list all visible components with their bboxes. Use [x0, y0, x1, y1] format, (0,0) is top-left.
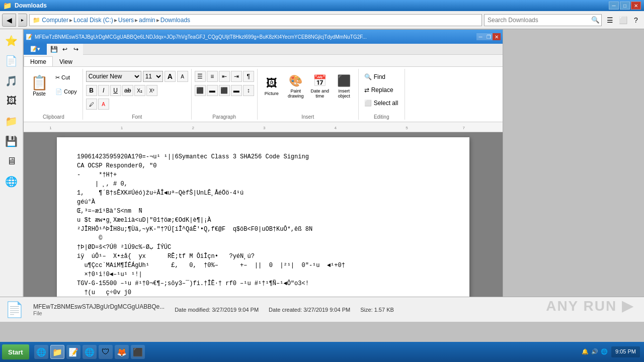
align-left-button[interactable]: ⬛ [195, 85, 206, 96]
address-path[interactable]: 📁 Computer ▸ Local Disk (C:) ▸ Users ▸ a… [29, 14, 482, 26]
taskbar-icon-notepad[interactable]: 📝 [66, 345, 80, 359]
para-row2: ⬛ ▬ ⬛ ▬ ↕ [195, 85, 254, 96]
underline-button[interactable]: U [110, 85, 121, 96]
undo-button[interactable]: ↩ [60, 45, 70, 54]
taskbar-icon-firefox[interactable]: 🦊 [115, 345, 129, 359]
taskbar-icon-ie[interactable]: 🌐 [34, 345, 48, 359]
paint-label: Paint drawing [285, 88, 306, 99]
italic-button[interactable]: I [98, 85, 109, 96]
maximize-button[interactable]: □ [620, 2, 630, 10]
select-all-button[interactable]: ⬜ Select all [362, 97, 401, 109]
ruler-inner: 1 1 2 3 4 5 7 [26, 122, 501, 132]
superscript-button[interactable]: X² [146, 85, 157, 96]
picture-button[interactable]: 🖼 Picture [261, 71, 283, 102]
find-button[interactable]: 🔍 Find [362, 71, 401, 83]
wordpad-menu-button[interactable]: 📝▾ [24, 44, 47, 55]
font-size-select[interactable]: 11 [143, 71, 163, 82]
back-button[interactable]: ◀ [2, 14, 16, 27]
ruler-mark-4: 3 [263, 126, 265, 130]
time-display[interactable]: 9:05 PM [611, 346, 640, 357]
replace-icon: ⇄ [364, 86, 369, 94]
datetime-button[interactable]: 📅 Date and time [309, 71, 331, 102]
path-segment-disk[interactable]: Local Disk (C:) [73, 17, 113, 24]
clipboard-group: 📋 Paste ✂ Cut 📄 Copy Clipboa [26, 69, 83, 120]
wordpad-close[interactable]: ✕ [493, 33, 501, 40]
line-spacing-button[interactable]: ↕ [243, 85, 254, 96]
taskbar-icon-avast[interactable]: 🛡 [99, 345, 113, 359]
sidebar-item-4[interactable]: 📁 [2, 112, 22, 131]
path-segment-admin[interactable]: admin [139, 17, 155, 24]
replace-button[interactable]: ⇄ Replace [362, 84, 401, 96]
numbering-button[interactable]: ≡ [207, 71, 218, 82]
wordpad-minimize[interactable]: ─ [476, 33, 485, 40]
font-shrink-button[interactable]: A [177, 71, 188, 82]
copy-label: Copy [64, 88, 77, 95]
wordpad-window: 📝 MFEwTzBNMEswSTAJBgUrDgMCGgUABBQe6LNDJd… [23, 29, 503, 314]
editing-controls: 🔍 Find ⇄ Replace ⬜ Select all [362, 69, 401, 113]
sidebar-item-7[interactable]: 🌐 [2, 172, 22, 191]
quick-access-toolbar: 💾 ↩ ↪ [47, 44, 83, 55]
view-extra-button[interactable]: ⬜ [617, 14, 629, 26]
path-segment-users[interactable]: Users [118, 17, 134, 24]
find-icon: 🔍 [364, 73, 372, 80]
subscript-button[interactable]: X₂ [134, 85, 145, 96]
tab-view[interactable]: View [53, 56, 79, 66]
paragraph-group: ☰ ≡ ⇤ ⇥ ¶ ⬛ ▬ ⬛ ▬ ↕ Paragraph [193, 69, 258, 120]
path-segment-computer[interactable]: 📁 Computer [33, 17, 68, 24]
document-area[interactable]: 19061423595920A1?0=-¬u¹ ¹||6Symantec Cla… [24, 132, 503, 300]
file-name: MFEwTzBNMEswSTAJBgUrDgMCGgUABBQe... [33, 303, 165, 310]
paint-button[interactable]: 🎨 Paint drawing [285, 71, 307, 102]
file-date-modified: Date modified: 3/27/2019 9:04 PM [175, 307, 259, 313]
wordpad-restore[interactable]: ❐ [485, 33, 493, 40]
increase-indent-button[interactable]: ⇥ [231, 71, 242, 82]
decrease-indent-button[interactable]: ⇤ [219, 71, 230, 82]
ruler-mark-5: 4 [335, 126, 337, 130]
save-button[interactable]: 💾 [49, 45, 59, 54]
paste-button[interactable]: 📋 Paste [28, 71, 51, 100]
document-page[interactable]: 19061423595920A1?0=-¬u¹ ¹||6Symantec Cla… [57, 137, 469, 300]
align-justify-button[interactable]: ▬ [231, 85, 242, 96]
sidebar-item-3[interactable]: 🖼 [2, 92, 22, 111]
copy-button[interactable]: 📄 Copy [53, 85, 79, 98]
tab-home[interactable]: Home [24, 56, 53, 66]
bold-button[interactable]: B [86, 85, 97, 96]
file-info-text: MFEwTzBNMEswSTAJBgUrDgMCGgUABBQe... File [33, 303, 165, 316]
close-button[interactable]: ✕ [631, 2, 641, 10]
bullets-button[interactable]: ☰ [195, 71, 206, 82]
help-button[interactable]: ? [630, 14, 642, 26]
paragraph-mark-button[interactable]: ¶ [243, 71, 254, 82]
sidebar-item-2[interactable]: 🎵 [2, 71, 22, 90]
font-grow-button[interactable]: A [165, 71, 176, 82]
ribbon-content: 📋 Paste ✂ Cut 📄 Copy Clipboa [24, 67, 503, 122]
minimize-button[interactable]: ─ [609, 2, 619, 10]
strikethrough-button[interactable]: ab [122, 85, 133, 96]
start-button[interactable]: Start [2, 344, 29, 359]
font-color-button[interactable]: A [98, 99, 109, 110]
path-segment-downloads[interactable]: Downloads [160, 17, 190, 24]
highlight-button[interactable]: 🖊 [86, 99, 97, 110]
sidebar-item-5[interactable]: 💾 [2, 132, 22, 151]
forward-button[interactable]: ▸ [18, 14, 27, 27]
search-button[interactable]: 🔍 [589, 15, 601, 26]
search-input[interactable] [485, 17, 589, 24]
para-row1: ☰ ≡ ⇤ ⇥ ¶ [195, 71, 254, 82]
taskbar-icon-app[interactable]: ⬛ [131, 345, 145, 359]
favorites-icon: ⭐ [5, 35, 18, 47]
taskbar-icon-chrome[interactable]: 🌐 [83, 345, 97, 359]
taskbar-icons: 🌐 📁 📝 🌐 🛡 🦊 ⬛ [34, 345, 145, 359]
font-name-select[interactable]: Courier New [86, 71, 141, 82]
taskbar-icon-explorer[interactable]: 📁 [50, 345, 64, 359]
insert-object-button[interactable]: ⬛ Insert object [333, 71, 355, 102]
wordpad-title-text: MFEwTzBNMEswSTAJBgUrDgMCGgUABBQe6LNDJdqx… [35, 34, 476, 40]
cut-button[interactable]: ✂ Cut [53, 71, 79, 84]
align-center-button[interactable]: ▬ [207, 85, 218, 96]
sidebar-item-favorites[interactable]: ⭐ [2, 31, 22, 50]
change-view-button[interactable]: ☰ [604, 14, 616, 26]
align-right-button[interactable]: ⬛ [219, 85, 230, 96]
file-icon: 📄 [5, 301, 23, 319]
toolbar-right: ☰ ⬜ ? [604, 14, 642, 26]
sidebar-item-6[interactable]: 🖥 [2, 152, 22, 171]
redo-button[interactable]: ↪ [71, 45, 81, 54]
sidebar-item-1[interactable]: 📄 [2, 51, 22, 70]
find-label: Find [374, 73, 385, 80]
